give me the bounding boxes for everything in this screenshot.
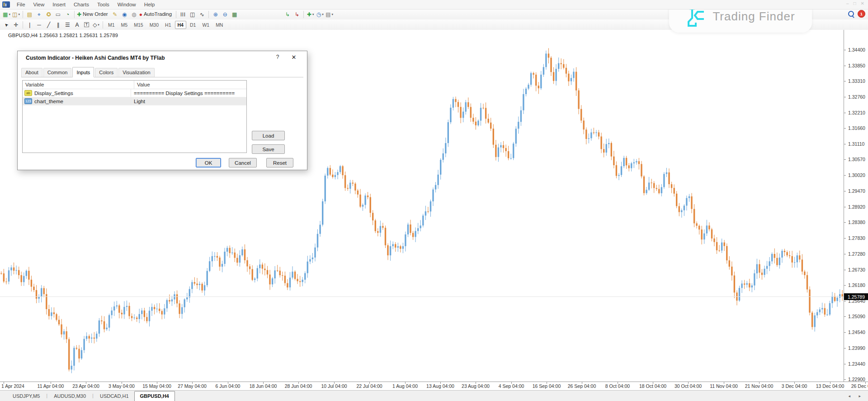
- zoom-out-button[interactable]: ⊖: [221, 10, 229, 19]
- market-watch-icon: ▤: [27, 12, 32, 17]
- dialog-close-button[interactable]: ✕: [289, 54, 299, 61]
- chart-shift-button[interactable]: ↳: [292, 10, 301, 19]
- chevron-down-icon[interactable]: ▾: [332, 13, 334, 16]
- chevron-down-icon[interactable]: ▾: [18, 13, 20, 16]
- timeframe-button-m5[interactable]: M5: [118, 21, 131, 29]
- tile-windows-button[interactable]: ▦: [230, 10, 239, 19]
- date-label: 6 Jun 04:00: [216, 383, 241, 389]
- price-tick: [844, 270, 846, 270]
- shapes-button[interactable]: ◇▾: [92, 20, 100, 29]
- autotrading-button[interactable]: ●AutoTrading: [139, 10, 174, 19]
- new-chart-icon: ▦: [3, 12, 8, 17]
- cursor-button[interactable]: ➤: [2, 20, 11, 29]
- tab-scroll-arrows[interactable]: ◂ ▸: [848, 394, 864, 398]
- metaeditor-button[interactable]: ✎: [111, 10, 119, 19]
- load-button[interactable]: Load: [252, 131, 285, 140]
- dialog-tab-inputs[interactable]: Inputs: [72, 67, 94, 77]
- timeframe-button-m30[interactable]: M30: [147, 21, 161, 29]
- search-icon[interactable]: [848, 11, 854, 17]
- periods-button[interactable]: ◷▾: [316, 10, 324, 19]
- timeframe-button-h1[interactable]: H1: [162, 21, 174, 29]
- close-icon[interactable]: ✕: [861, 1, 864, 6]
- menu-tools[interactable]: Tools: [93, 2, 113, 7]
- dialog-tab-about[interactable]: About: [21, 68, 42, 77]
- chart-tab-usdjpy-m5[interactable]: USDJPY,M5: [7, 391, 45, 401]
- ok-button[interactable]: OK: [196, 158, 221, 167]
- save-button[interactable]: Save: [252, 144, 285, 154]
- param-row-display-settings[interactable]: abDisplay_Settings========== Display Set…: [23, 89, 246, 97]
- timeframe-button-mn[interactable]: MN: [213, 21, 226, 29]
- table-header: Variable Value: [23, 81, 246, 89]
- chart-tab-gbpusd-h4[interactable]: GBPUSD,H4: [134, 391, 175, 401]
- notification-badge[interactable]: 1: [858, 10, 865, 18]
- restore-icon[interactable]: □: [854, 1, 856, 6]
- minimize-icon[interactable]: –: [846, 1, 849, 6]
- price-label: 1.28380: [848, 220, 865, 225]
- zoom-in-icon: ⊕: [213, 12, 218, 17]
- indicators-button[interactable]: ✚▾: [306, 10, 315, 19]
- timeframe-button-h4[interactable]: H4: [175, 21, 186, 29]
- chart-tab-audusd-m30[interactable]: AUDUSD,M30: [48, 391, 91, 401]
- date-label: 3 Dec 04:00: [782, 383, 807, 389]
- chart-bars-button[interactable]: ☰: [179, 10, 187, 19]
- new-chart-button[interactable]: ▦▾: [2, 10, 11, 19]
- menu-view[interactable]: View: [29, 2, 49, 7]
- custom-indicator-dialog: Custom Indicator - Heiken Ashi Candles M…: [17, 51, 307, 170]
- menu-insert[interactable]: Insert: [48, 2, 70, 7]
- timeframe-button-d1[interactable]: D1: [187, 21, 198, 29]
- chevron-down-icon[interactable]: ▾: [322, 13, 324, 16]
- menu-file[interactable]: File: [13, 2, 29, 7]
- dialog-tab-common[interactable]: Common: [43, 68, 72, 77]
- data-window-button[interactable]: ⌖: [35, 10, 43, 19]
- timeframe-button-m1[interactable]: M1: [105, 21, 118, 29]
- profiles-button[interactable]: ◫▾: [12, 10, 20, 19]
- cancel-button[interactable]: Cancel: [229, 158, 257, 167]
- market-watch-button[interactable]: ▤: [25, 10, 34, 19]
- zoom-out-icon: ⊖: [223, 12, 227, 17]
- reset-button[interactable]: Reset: [266, 158, 293, 167]
- chevron-down-icon[interactable]: ▾: [9, 13, 10, 16]
- experts-button[interactable]: ◉: [120, 10, 129, 19]
- chart-line-button[interactable]: ∿: [198, 10, 206, 19]
- trendline-button[interactable]: ╱: [44, 20, 53, 29]
- terminal-button[interactable]: ▭: [54, 10, 62, 19]
- fibonacci-button[interactable]: ☰: [63, 20, 72, 29]
- param-value[interactable]: Light: [131, 99, 145, 104]
- param-row-chart-theme[interactable]: 123chart_themeLight: [23, 97, 246, 105]
- timeframe-button-w1[interactable]: W1: [199, 21, 212, 29]
- vertical-line-button[interactable]: ❘: [25, 20, 34, 29]
- strategy-tester-button[interactable]: ◔: [63, 10, 72, 19]
- crosshair-button[interactable]: ✛: [12, 20, 20, 29]
- current-price-tag: 1.25789: [844, 293, 868, 300]
- price-scale[interactable]: 1.25789 1.344001.338501.333101.327601.32…: [844, 30, 868, 382]
- templates-button[interactable]: ▤▾: [325, 10, 334, 19]
- text-label-button[interactable]: T: [82, 20, 91, 29]
- zoom-in-button[interactable]: ⊕: [211, 10, 220, 19]
- equidistant-channel-button[interactable]: ∥: [54, 20, 62, 29]
- new-order-button[interactable]: ✚New Order: [77, 10, 110, 19]
- options-button[interactable]: ◍: [130, 10, 138, 19]
- auto-scroll-button[interactable]: ↳: [283, 10, 292, 19]
- chevron-down-icon[interactable]: ▾: [312, 13, 314, 16]
- dialog-tab-colors[interactable]: Colors: [95, 68, 118, 77]
- date-label: 13 Dec 04:00: [816, 383, 844, 389]
- chevron-down-icon[interactable]: ▾: [98, 23, 99, 26]
- chart-candles-button[interactable]: ◫: [188, 10, 197, 19]
- horizontal-line-button[interactable]: ─: [35, 20, 43, 29]
- param-value[interactable]: ========== Display Settings ==========: [131, 91, 235, 96]
- navigator-button[interactable]: ✪: [44, 10, 53, 19]
- chart-tab-usdcad-h1[interactable]: USDCAD,H1: [94, 391, 134, 401]
- price-tick: [844, 128, 846, 129]
- time-scale[interactable]: 1 Apr 202411 Apr 04:0023 Apr 04:003 May …: [0, 382, 868, 390]
- dialog-title-bar[interactable]: Custom Indicator - Heiken Ashi Candles M…: [18, 51, 307, 65]
- text-button[interactable]: A: [73, 20, 81, 29]
- menu-window[interactable]: Window: [113, 2, 140, 7]
- timeframe-button-m15[interactable]: M15: [131, 21, 146, 29]
- inputs-table[interactable]: Variable Value abDisplay_Settings=======…: [22, 80, 247, 153]
- menu-charts[interactable]: Charts: [70, 2, 93, 7]
- price-label: 1.22900: [848, 377, 865, 382]
- dialog-tab-visualization[interactable]: Visualization: [118, 68, 155, 77]
- dialog-help-button[interactable]: ?: [273, 54, 282, 60]
- data-window-icon: ⌖: [38, 12, 41, 17]
- menu-help[interactable]: Help: [140, 2, 159, 7]
